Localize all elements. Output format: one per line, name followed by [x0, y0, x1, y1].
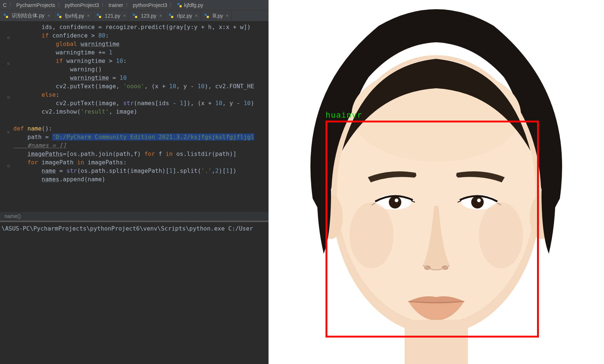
editor-tabs: 识别结合体.py × fjsrhfj.py × 121.py × 123.py …: [0, 10, 269, 21]
breadcrumb-sep: 〉: [57, 2, 63, 8]
breadcrumb: C 〉 PycharmProjects 〉 pythonProject3 〉 t…: [0, 0, 269, 10]
python-file-icon: [3, 13, 9, 19]
tab-file[interactable]: 123.py ×: [129, 11, 165, 21]
svg-rect-7: [99, 16, 101, 18]
ide-pane: C 〉 PycharmProjects 〉 pythonProject3 〉 t…: [0, 0, 269, 364]
detection-rect: [326, 121, 539, 338]
crumb-item[interactable]: trainer: [109, 2, 123, 8]
close-icon[interactable]: ×: [123, 13, 126, 18]
fold-icon[interactable]: ⊟: [7, 162, 11, 165]
fold-icon[interactable]: ⊟: [7, 128, 11, 132]
code-line: cv2.imshow('result', image): [13, 107, 269, 116]
svg-rect-4: [57, 14, 59, 16]
code-line: if confidence > 80:: [13, 31, 269, 40]
crumb-file[interactable]: kjfdfg.py: [177, 2, 203, 8]
fold-icon[interactable]: ⊟: [7, 59, 11, 63]
code-content: ids, confidence = recogizer.predict(gray…: [0, 23, 269, 183]
tab-label: 123.py: [141, 13, 156, 19]
code-line: names.append(name): [13, 175, 269, 183]
code-line: warning(): [13, 65, 269, 74]
code-line: name = str(os.path.split(imagePath)[1].s…: [13, 167, 269, 175]
code-line: if warningtime > 10:: [13, 57, 269, 65]
close-icon[interactable]: ×: [87, 13, 90, 18]
crumb-root[interactable]: C: [3, 2, 7, 8]
code-line: for imagePath in imagePaths:: [13, 158, 269, 167]
crumb-item[interactable]: PycharmProjects: [16, 2, 55, 8]
breadcrumb-sep: 〉: [125, 2, 131, 8]
code-line: warningtime = 10: [13, 74, 269, 82]
svg-rect-10: [169, 14, 171, 16]
close-icon[interactable]: ×: [226, 13, 228, 18]
close-icon[interactable]: ×: [159, 13, 162, 18]
python-file-icon: [56, 13, 62, 19]
python-file-icon: [168, 13, 174, 19]
svg-rect-2: [4, 14, 6, 16]
detection-label: huainvr: [326, 110, 362, 119]
svg-rect-5: [59, 16, 61, 18]
svg-rect-11: [171, 16, 173, 18]
python-file-icon: [132, 13, 138, 19]
svg-rect-12: [205, 14, 207, 16]
svg-rect-8: [133, 14, 135, 16]
code-line: ids, confidence = recogizer.predict(gray…: [13, 23, 269, 31]
tab-label: 121.py: [105, 13, 120, 19]
console-output[interactable]: \ASUS-PC\PycharmProjects\pythonProject6\…: [0, 222, 269, 235]
breadcrumb-sep: 〉: [101, 2, 106, 8]
tab-file[interactable]: lll.py ×: [201, 11, 232, 21]
breadcrumb-sep: 〉: [9, 2, 14, 8]
fold-icon[interactable]: ⊟: [7, 33, 11, 37]
method-breadcrumb[interactable]: name(): [0, 212, 269, 221]
result-window: huainvr: [269, 0, 604, 364]
svg-rect-6: [97, 14, 99, 16]
code-line: cv2.putText(image, str(names[ids - 1]), …: [13, 99, 269, 107]
code-line: def name():: [13, 124, 269, 133]
code-editor[interactable]: ⊟ ⊟ ⊟ ⊟ ⊟ ids, confidence = recogizer.pr…: [0, 21, 269, 212]
code-line: [13, 116, 269, 124]
code-line: imagePaths=[os.path.join(path,f) for f i…: [13, 150, 269, 158]
svg-rect-0: [177, 3, 180, 5]
python-file-icon: [96, 13, 102, 19]
console: \ASUS-PC\PycharmProjects\pythonProject6\…: [0, 221, 269, 364]
breadcrumb-sep: 〉: [169, 2, 174, 8]
tab-label: fjsrhfj.py: [65, 13, 84, 19]
crumb-file-label: kjfdfg.py: [184, 2, 203, 8]
close-icon[interactable]: ×: [47, 13, 50, 18]
python-file-icon: [177, 2, 182, 8]
crumb-item[interactable]: pythonProject3: [133, 2, 167, 8]
code-line: path = 'D:/PyCharm Community Edition 202…: [13, 133, 269, 141]
tab-file[interactable]: fjsrhfj.py ×: [53, 11, 93, 21]
close-icon[interactable]: ×: [195, 13, 198, 18]
svg-rect-13: [207, 16, 209, 18]
tab-label: rlpz.py: [177, 13, 192, 19]
method-crumb-label: name(): [4, 213, 21, 219]
code-line: #names = []: [13, 141, 269, 150]
tab-file[interactable]: rlpz.py ×: [165, 11, 201, 21]
svg-rect-1: [180, 5, 182, 7]
tab-label: 识别结合体.py: [12, 13, 45, 19]
python-file-icon: [204, 13, 210, 19]
svg-rect-3: [6, 16, 8, 18]
svg-rect-9: [135, 16, 137, 18]
tab-label: lll.py: [213, 13, 223, 19]
fold-icon[interactable]: ⊟: [7, 93, 11, 97]
tab-file[interactable]: 识别结合体.py ×: [0, 11, 53, 21]
code-line: warningtime += 1: [13, 48, 269, 57]
code-line: cv2.putText(image, 'oooo', (x + 10, y - …: [13, 82, 269, 90]
code-line: else:: [13, 90, 269, 99]
editor-gutter: ⊟ ⊟ ⊟ ⊟ ⊟: [0, 21, 11, 212]
code-line: global warningtime: [13, 40, 269, 48]
crumb-item[interactable]: pythonProject3: [65, 2, 99, 8]
tab-file[interactable]: 121.py ×: [93, 11, 129, 21]
